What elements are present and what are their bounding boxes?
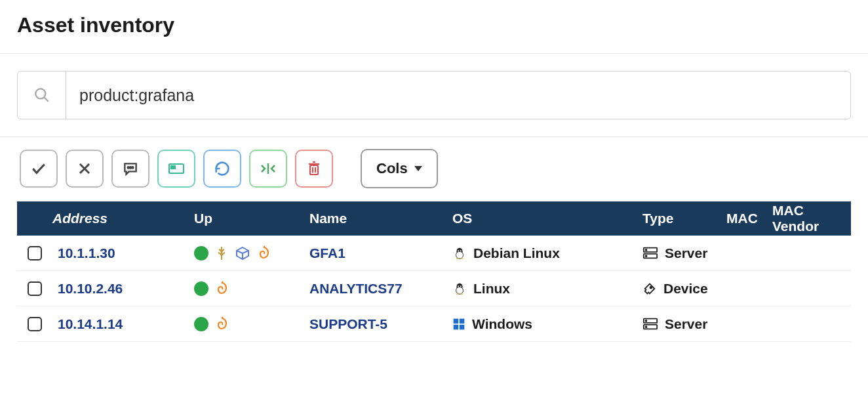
svg-point-38: [646, 320, 647, 322]
header-address[interactable]: Address: [52, 211, 189, 226]
reject-button[interactable]: [66, 150, 104, 188]
name-link[interactable]: SUPPORT-5: [304, 316, 447, 332]
header-os[interactable]: OS: [447, 211, 637, 226]
type-label: Server: [665, 316, 707, 332]
svg-rect-8: [171, 166, 175, 169]
table-row: 10.1.1.30GFA1Debian LinuxServer: [17, 236, 851, 271]
type-label: Device: [663, 281, 708, 297]
svg-rect-32: [454, 318, 459, 323]
svg-point-6: [132, 167, 133, 168]
svg-point-0: [35, 89, 45, 98]
type-label: Server: [665, 245, 707, 261]
header-mac-vendor[interactable]: MAC Vendor: [767, 203, 851, 234]
approve-button[interactable]: [20, 150, 58, 188]
wheat-icon: [214, 245, 229, 261]
header-up[interactable]: Up: [189, 211, 304, 226]
svg-point-25: [646, 249, 647, 251]
svg-point-22: [460, 250, 462, 251]
address-link[interactable]: 10.14.1.14: [52, 316, 189, 332]
svg-point-30: [460, 285, 462, 287]
cube-icon: [235, 245, 250, 261]
svg-line-1: [44, 98, 48, 102]
name-link[interactable]: GFA1: [304, 245, 447, 261]
svg-point-4: [128, 167, 129, 168]
header-type[interactable]: Type: [637, 211, 721, 226]
merge-button[interactable]: [249, 150, 287, 188]
grafana-icon: [214, 281, 229, 297]
svg-point-39: [646, 326, 647, 327]
svg-point-29: [458, 285, 459, 287]
svg-point-21: [458, 250, 459, 251]
address-link[interactable]: 10.1.1.30: [52, 245, 189, 261]
search-icon: [18, 72, 66, 119]
server-icon: [642, 246, 658, 260]
svg-point-28: [456, 287, 464, 294]
table-header: Address Up Name OS Type MAC MAC Vendor: [17, 201, 851, 236]
svg-rect-10: [310, 165, 318, 175]
os-label: Linux: [473, 281, 510, 297]
table-row: 10.14.1.14SUPPORT-5WindowsServer: [17, 306, 851, 342]
screen-button[interactable]: [157, 150, 195, 188]
windows-icon: [452, 318, 465, 331]
svg-rect-34: [454, 324, 459, 329]
linux-icon: [452, 281, 467, 296]
svg-rect-33: [460, 318, 465, 323]
address-link[interactable]: 10.10.2.46: [52, 281, 189, 297]
search-input[interactable]: [66, 72, 850, 119]
os-label: Debian Linux: [473, 245, 560, 261]
svg-line-17: [243, 251, 248, 253]
columns-button[interactable]: Cols: [361, 149, 438, 188]
page-title: Asset inventory: [0, 0, 868, 53]
status-up-icon: [194, 317, 208, 331]
row-checkbox[interactable]: [28, 281, 42, 296]
status-up-icon: [194, 281, 208, 296]
name-link[interactable]: ANALYTICS77: [304, 281, 447, 297]
server-icon: [642, 317, 658, 331]
header-name[interactable]: Name: [304, 211, 447, 226]
svg-point-20: [456, 251, 464, 259]
svg-point-26: [646, 255, 647, 257]
svg-line-16: [237, 251, 243, 253]
svg-point-5: [130, 167, 131, 168]
status-up-icon: [194, 246, 208, 260]
device-icon: [642, 281, 657, 296]
header-mac[interactable]: MAC: [721, 211, 767, 226]
linux-icon: [452, 246, 467, 260]
grafana-icon: [256, 245, 271, 261]
chevron-down-icon: [414, 166, 422, 171]
svg-point-31: [650, 286, 652, 288]
delete-button[interactable]: [295, 150, 333, 188]
row-checkbox[interactable]: [28, 246, 42, 260]
columns-label: Cols: [376, 160, 408, 177]
toolbar: Cols: [0, 137, 868, 200]
os-label: Windows: [472, 316, 532, 332]
table-row: 10.10.2.46ANALYTICS77LinuxDevice: [17, 271, 851, 306]
history-button[interactable]: [203, 150, 241, 188]
search-bar: [17, 71, 851, 119]
svg-rect-35: [460, 324, 465, 329]
grafana-icon: [214, 316, 229, 332]
comment-button[interactable]: [111, 150, 149, 188]
row-checkbox[interactable]: [28, 317, 42, 331]
